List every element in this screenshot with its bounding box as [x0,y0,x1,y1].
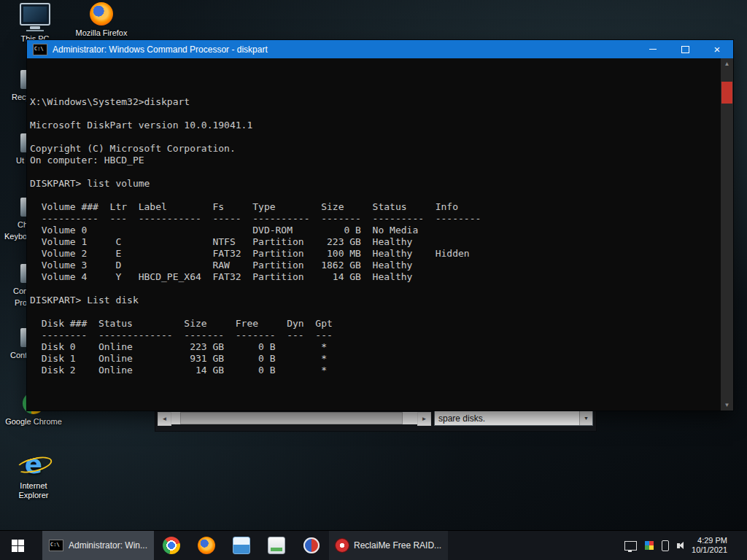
desktop-icon-label-line1: Ch [18,220,28,229]
taskbar-item-reclaime[interactable]: ReclaiMe Free RAID... [329,531,448,560]
desktop-icon-firefox[interactable]: Mozilla Firefox [72,2,131,38]
title-bar[interactable]: C:\ Administrator: Windows Command Proce… [27,40,733,58]
display-tray-icon[interactable] [624,541,637,551]
console-line: ---------- --- ----------- ----- -------… [30,213,721,225]
scroll-right-arrow[interactable]: ► [417,412,431,426]
horizontal-scroll-thumb[interactable] [180,412,403,424]
taskbar-item-app-3[interactable] [294,531,329,560]
taskbar: C:\ Administrator: Win... ReclaiMe Free … [0,531,747,560]
console-line: Volume 4 Y HBCD_PE_X64 FAT32 Partition 1… [30,271,721,283]
color-grid-tray-icon[interactable] [645,541,654,550]
taskbar-item-app-1[interactable] [224,531,259,560]
desktop-icon-internet-explorer[interactable]: e Internet Explorer [4,451,63,500]
vertical-scrollbar[interactable]: ▲ ▼ [721,58,733,411]
console-line: DISKPART> List disk [30,295,721,306]
system-tray: 4:29 PM 10/1/2021 [617,531,747,560]
console-line [30,131,721,143]
maximize-button[interactable] [669,40,701,58]
console-output[interactable]: X:\Windows\System32>diskpartMicrosoft Di… [27,58,721,411]
desktop-icon-label: Internet Explorer [4,481,63,500]
speaker-icon[interactable] [677,542,684,549]
console-line: -------- ------------- ------- ------- -… [30,330,721,341]
console-line: Disk 2 Online 14 GB 0 B * [30,365,721,376]
console-line: Disk 1 Online 931 GB 0 B * [30,353,721,365]
maximize-icon [681,46,689,53]
console-lines: X:\Windows\System32>diskpartMicrosoft Di… [30,96,721,388]
console-line: Copyright (C) Microsoft Corporation. [30,143,721,155]
taskbar-item-label: Administrator: Win... [69,540,147,551]
taskbar-item-chrome[interactable] [154,531,189,560]
spare-disks-combobox[interactable]: spare disks. ▼ [434,411,593,426]
console-line [30,376,721,388]
console-line: X:\Windows\System32>diskpart [30,96,721,108]
this-pc-icon [6,3,64,31]
cmd-icon: C:\ [33,44,47,55]
cmd-icon: C:\ [49,540,63,551]
start-button[interactable] [0,531,35,560]
chrome-icon [163,537,180,554]
taskbar-item-firefox[interactable] [189,531,224,560]
cmd-window: C:\ Administrator: Windows Command Proce… [27,40,733,411]
close-button[interactable]: × [701,40,733,58]
console-line: Volume 2 E FAT32 Partition 100 MB Health… [30,248,721,260]
console-line: Volume ### Ltr Label Fs Type Size Status… [30,201,721,213]
taskbar-clock[interactable]: 4:29 PM 10/1/2021 [692,536,727,555]
reclaime-icon [336,539,349,552]
console-line: On computer: HBCD_PE [30,155,721,166]
chevron-down-icon[interactable]: ▼ [579,411,592,425]
firefox-icon [198,537,215,554]
background-window-strip: ◄ ► spare disks. ▼ [155,409,596,431]
console-line [30,166,721,178]
console-line: Volume 1 C NTFS Partition 223 GB Healthy [30,236,721,248]
console-line [30,283,721,295]
clock-time: 4:29 PM [692,536,727,545]
combobox-value: spare disks. [435,413,579,424]
desktop-icon-label-cont: Cont [10,351,27,359]
device-tray-icon[interactable] [662,540,669,551]
internet-explorer-icon: e [18,451,50,478]
taskbar-item-cmd[interactable]: C:\ Administrator: Win... [42,531,154,560]
console-line [30,190,721,201]
taskbar-item-label: ReclaiMe Free RAID... [354,540,441,551]
minimize-icon [649,49,657,50]
scroll-down-arrow[interactable]: ▼ [721,400,733,411]
vertical-scroll-thumb[interactable] [721,82,732,104]
console-line: Disk ### Status Size Free Dyn Gpt [30,318,721,330]
clock-date: 10/1/2021 [692,545,727,555]
desktop-icon-label-line1: Con [13,287,28,295]
console-line [30,108,721,120]
taskbar-item-app-2[interactable] [259,531,294,560]
desktop-icon-label-line2: Pro [15,298,27,307]
desktop-icon-label: Mozilla Firefox [72,28,131,38]
horizontal-scroll-track[interactable] [171,412,417,424]
windows-logo-icon [12,540,24,552]
console-line: Volume 0 DVD-ROM 0 B No Media [30,225,721,236]
firefox-icon [90,2,113,26]
minimize-button[interactable] [637,40,669,58]
console-line [30,306,721,318]
horizontal-scrollbar[interactable]: ◄ ► [158,412,431,424]
console-line: Volume 3 D RAW Partition 1862 GB Healthy [30,260,721,271]
desktop-icon-label-utilities: Ut [16,156,24,165]
scroll-left-arrow[interactable]: ◄ [158,412,171,426]
document-app-icon [268,537,285,554]
console-line: DISKPART> list volume [30,178,721,190]
window-title: Administrator: Windows Command Processor… [53,44,637,55]
swirl-app-icon [303,537,320,553]
desktop-icon-this-pc[interactable]: This PC [6,3,64,44]
blue-app-icon [233,537,250,554]
close-icon: × [714,44,721,55]
console-line: Microsoft DiskPart version 10.0.19041.1 [30,120,721,131]
desktop-icon-label: Google Chrome [4,417,63,427]
console-line: Disk 0 Online 223 GB 0 B * [30,341,721,353]
scroll-up-arrow[interactable]: ▲ [721,58,733,69]
